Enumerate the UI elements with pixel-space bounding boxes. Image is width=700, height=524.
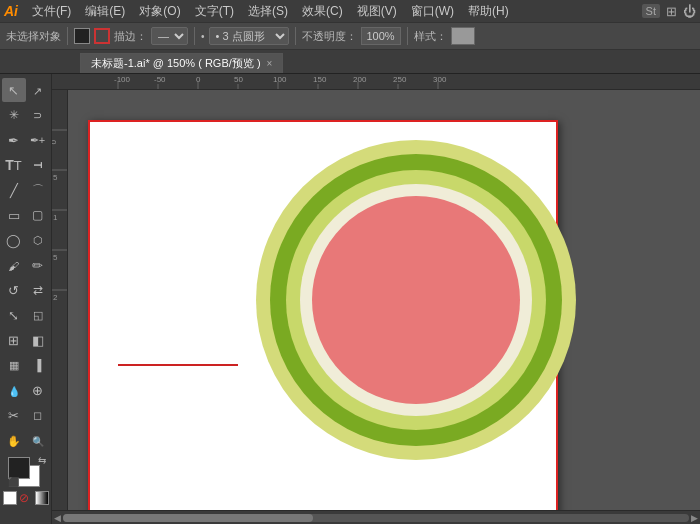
menu-view[interactable]: 视图(V)	[351, 1, 403, 22]
pencil-tool[interactable]	[26, 253, 50, 277]
menu-effect[interactable]: 效果(C)	[296, 1, 349, 22]
ellipse-icon	[6, 233, 21, 248]
tool-row-select	[2, 78, 50, 102]
menu-edit[interactable]: 编辑(E)	[79, 1, 131, 22]
shear-icon: ◱	[33, 309, 43, 322]
chart-icon: ▦	[9, 359, 19, 372]
tab-close-btn[interactable]: ×	[267, 58, 273, 69]
type-tool[interactable]: T	[2, 153, 26, 177]
pen-icon	[8, 133, 19, 148]
tool-row-scissors: ◻	[2, 403, 50, 427]
add-anchor-tool[interactable]: ✒+	[26, 128, 50, 152]
tool-row-brush	[2, 253, 50, 277]
select-tool[interactable]	[2, 78, 26, 102]
svg-text:300: 300	[433, 75, 447, 84]
rect-tool[interactable]	[2, 203, 26, 227]
stroke-label: 描边：	[114, 29, 147, 44]
gradient-tool[interactable]: ◧	[26, 328, 50, 352]
magic-wand-tool[interactable]: ✳	[2, 103, 26, 127]
ellipse-tool[interactable]	[2, 228, 26, 252]
menu-help[interactable]: 帮助(H)	[462, 1, 515, 22]
tool-row-scale: ◱	[2, 303, 50, 327]
eyedropper-tool[interactable]	[2, 378, 26, 402]
scale-tool[interactable]	[2, 303, 26, 327]
fg-bg-swatches: ⇆ ⬛	[8, 457, 44, 487]
toolbox: ✳ ⊃ ✒+ T T ⌒	[0, 74, 52, 524]
scissors-tool[interactable]	[2, 403, 26, 427]
stroke-select[interactable]: —	[151, 27, 188, 45]
grid-icon[interactable]: ⊞	[666, 4, 677, 19]
eraser-tool[interactable]: ◻	[26, 403, 50, 427]
style-swatch[interactable]	[451, 27, 475, 45]
blend-icon	[32, 383, 43, 398]
selection-label: 未选择对象	[6, 29, 61, 44]
svg-text:0: 0	[196, 75, 201, 84]
brush-select[interactable]: • 3 点圆形	[209, 27, 289, 45]
add-anchor-icon: ✒+	[30, 134, 45, 147]
eyedropper-icon	[8, 383, 20, 398]
polygon-tool[interactable]: ⬡	[26, 228, 50, 252]
direct-select-tool[interactable]	[26, 78, 50, 102]
top-toolbar: 未选择对象 描边： — • • 3 点圆形 不透明度： 样式：	[0, 22, 700, 50]
menu-window[interactable]: 窗口(W)	[405, 1, 460, 22]
line-tool[interactable]	[2, 178, 26, 202]
tab-mode-open: (	[198, 57, 202, 69]
mesh-tool[interactable]	[2, 328, 26, 352]
app-logo: Ai	[4, 3, 18, 19]
power-icon[interactable]: ⏻	[683, 4, 696, 19]
document-tab[interactable]: 未标题-1.ai* @ 150% ( RGB/预览 ) ×	[80, 53, 283, 73]
menu-file[interactable]: 文件(F)	[26, 1, 77, 22]
opacity-label: 不透明度：	[302, 29, 357, 44]
divider-3	[295, 27, 296, 45]
swap-colors-icon[interactable]: ⇆	[38, 455, 46, 466]
fill-swatch[interactable]	[74, 28, 90, 44]
color-swatches: ⇆ ⬛ ⊘	[3, 457, 49, 505]
reset-colors-icon[interactable]: ⬛	[8, 477, 19, 487]
gradient-small-icon[interactable]	[35, 491, 49, 505]
bar-chart-tool[interactable]: ▐	[26, 353, 50, 377]
scrollbar-thumb[interactable]	[63, 514, 313, 522]
fill-none-stroke-row: ⊘	[3, 491, 49, 505]
rotate-tool[interactable]	[2, 278, 26, 302]
vertical-type-tool[interactable]: T	[26, 153, 50, 177]
reflect-tool[interactable]: ⇄	[26, 278, 50, 302]
scrollbar-track[interactable]	[63, 514, 689, 522]
pen-tool[interactable]	[2, 128, 26, 152]
tool-row-rotate: ⇄	[2, 278, 50, 302]
fg-swatch[interactable]	[8, 457, 30, 479]
paintbrush-tool[interactable]	[2, 253, 26, 277]
fill-small-swatch[interactable]	[3, 491, 17, 505]
arc-tool[interactable]: ⌒	[26, 178, 50, 202]
menu-select[interactable]: 选择(S)	[242, 1, 294, 22]
menu-right-icons: St ⊞ ⏻	[642, 4, 696, 19]
opacity-input[interactable]	[361, 27, 401, 45]
hand-tool[interactable]	[2, 428, 26, 452]
chart-tool[interactable]: ▦	[2, 353, 26, 377]
ruler-left: 0 5 1 5 2	[52, 90, 68, 510]
direct-select-icon	[33, 83, 42, 98]
rounded-rect-tool[interactable]: ▢	[26, 203, 50, 227]
zoom-tool[interactable]	[26, 428, 50, 452]
svg-text:5: 5	[53, 253, 58, 262]
tool-row-magic: ✳ ⊃	[2, 103, 50, 127]
none-icon[interactable]: ⊘	[19, 491, 33, 505]
tool-row-mesh: ◧	[2, 328, 50, 352]
lasso-tool[interactable]: ⊃	[26, 103, 50, 127]
canvas-viewport[interactable]	[68, 90, 700, 510]
menu-object[interactable]: 对象(O)	[133, 1, 186, 22]
shear-tool[interactable]: ◱	[26, 303, 50, 327]
scroll-left-icon[interactable]: ◀	[54, 513, 61, 523]
watermelon-graphic	[256, 140, 576, 460]
blend-tool[interactable]	[26, 378, 50, 402]
mesh-icon	[8, 333, 19, 348]
tool-row-hand	[2, 428, 50, 452]
menu-type[interactable]: 文字(T)	[189, 1, 240, 22]
search-btn[interactable]: St	[642, 4, 660, 18]
brush-dot: •	[201, 31, 205, 42]
scrollbar-horizontal[interactable]: ◀ ▶	[52, 510, 700, 524]
scroll-right-icon[interactable]: ▶	[691, 513, 698, 523]
lasso-icon: ⊃	[33, 109, 42, 122]
stroke-swatch[interactable]	[94, 28, 110, 44]
svg-text:250: 250	[393, 75, 407, 84]
tool-row-eyedrop	[2, 378, 50, 402]
